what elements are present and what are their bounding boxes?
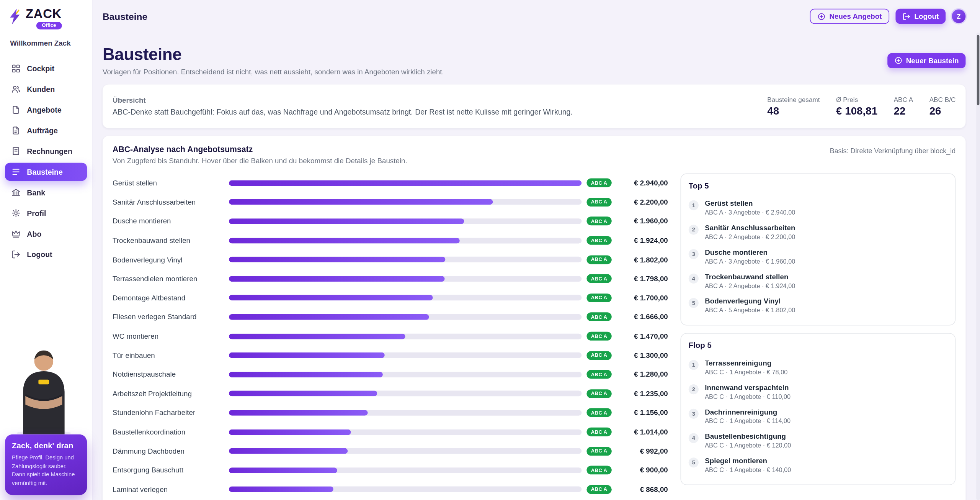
abc-badge: ABC A <box>586 447 611 456</box>
user-avatar[interactable]: Z <box>952 10 965 23</box>
bar-label: WC montieren <box>113 333 224 340</box>
flop5-card: Flop 5 1 Terrassenreinigung ABC C · 1 An… <box>680 333 956 485</box>
bar-track[interactable] <box>229 276 581 282</box>
bar-track[interactable] <box>229 314 581 320</box>
bar[interactable] <box>229 410 368 416</box>
new-offer-button[interactable]: Neues Angebot <box>810 9 889 24</box>
bar-track[interactable] <box>229 238 581 243</box>
overview-description: ABC-Denke statt Bauchgefühl: Fokus auf d… <box>113 108 573 116</box>
overview-card: Übersicht ABC-Denke statt Bauchgefühl: F… <box>103 85 966 128</box>
sidebar-item-kunden[interactable]: Kunden <box>5 80 87 98</box>
bar[interactable] <box>229 429 351 435</box>
sidebar-item-angebote[interactable]: Angebote <box>5 101 87 119</box>
sidebar-item-rechnungen[interactable]: Rechnungen <box>5 142 87 160</box>
bar-value: € 2.200,00 <box>634 198 668 206</box>
list-item[interactable]: 4 Baustellenbesichtigung ABC C · 1 Angeb… <box>689 428 947 452</box>
bar-value: € 1.924,00 <box>634 237 668 244</box>
stat-value: 22 <box>894 105 913 118</box>
list-item[interactable]: 1 Gerüst stellen ABC A · 3 Angebote · € … <box>689 195 947 220</box>
scrollbar-thumb[interactable] <box>977 35 980 105</box>
chart-row: Notdienstpauschale ABC A € 1.280,00 <box>113 365 668 384</box>
bar-track[interactable] <box>229 218 581 224</box>
bar[interactable] <box>229 276 444 282</box>
sidebar-item-bausteine[interactable]: Bausteine <box>5 163 87 181</box>
bar[interactable] <box>229 238 460 243</box>
abc-badge: ABC A <box>586 485 611 494</box>
logout-icon <box>11 250 21 259</box>
chart-basis-note: Basis: Direkte Verknüpfung über block_id <box>830 147 956 155</box>
bar[interactable] <box>229 180 581 186</box>
bar-track[interactable] <box>229 257 581 262</box>
list-item[interactable]: 1 Terrassenreinigung ABC C · 1 Angebote … <box>689 355 947 379</box>
bar[interactable] <box>229 218 464 224</box>
bar-track[interactable] <box>229 410 581 416</box>
bar-value: € 1.156,00 <box>634 409 668 416</box>
list-item[interactable]: 3 Dusche montieren ABC A · 3 Angebote · … <box>689 244 947 269</box>
sidebar-item-bank[interactable]: Bank <box>5 184 87 202</box>
sidebar-item-profil[interactable]: Profil <box>5 204 87 222</box>
sidebar-item-cockpit[interactable]: Cockpit <box>5 59 87 77</box>
stat-value: 26 <box>929 105 956 118</box>
chart-row: Bodenverlegung Vinyl ABC A € 1.802,00 <box>113 250 668 269</box>
sidebar-item-logout[interactable]: Logout <box>5 245 87 263</box>
item-name: Sanitär Anschlussarbeiten <box>705 224 795 231</box>
new-baustein-button[interactable]: Neuer Baustein <box>887 53 966 68</box>
bar[interactable] <box>229 199 493 205</box>
bar-track[interactable] <box>229 199 581 205</box>
page-title: Bausteine <box>103 45 444 65</box>
bar-track[interactable] <box>229 295 581 301</box>
list-item[interactable]: 4 Trockenbauwand stellen ABC A · 2 Angeb… <box>689 269 947 293</box>
list-item[interactable]: 3 Dachrinnenreinigung ABC C · 1 Angebote… <box>689 404 947 428</box>
bar[interactable] <box>229 314 429 320</box>
list-item[interactable]: 2 Sanitär Anschlussarbeiten ABC A · 2 An… <box>689 220 947 244</box>
sidebar-item-abo[interactable]: Abo <box>5 225 87 243</box>
item-name: Trockenbauwand stellen <box>705 272 795 280</box>
bar[interactable] <box>229 391 377 397</box>
plus-circle-icon <box>894 56 902 64</box>
bar-track[interactable] <box>229 448 581 454</box>
bar-value: € 1.700,00 <box>634 294 668 302</box>
bar[interactable] <box>229 372 382 377</box>
bank-icon <box>11 188 21 197</box>
bar-track[interactable] <box>229 352 581 358</box>
list-item[interactable]: 2 Innenwand verspachteln ABC C · 1 Angeb… <box>689 379 947 404</box>
bar[interactable] <box>229 295 433 301</box>
stat: ABC A 22 <box>894 95 913 117</box>
chart-row: Laminat verlegen ABC A € 868,00 <box>113 480 668 499</box>
list-item[interactable]: 5 Bodenverlegung Vinyl ABC A · 5 Angebot… <box>689 293 947 318</box>
chart-row: Dämmung Dachboden ABC A € 992,00 <box>113 441 668 461</box>
bar-track[interactable] <box>229 391 581 397</box>
list-item[interactable]: 5 Spiegel montieren ABC C · 1 Angebote ·… <box>689 452 947 477</box>
bar-track[interactable] <box>229 372 581 377</box>
bar-value: € 1.798,00 <box>634 275 668 283</box>
top5-card: Top 5 1 Gerüst stellen ABC A · 3 Angebot… <box>680 174 956 326</box>
bar-label: Dusche montieren <box>113 218 224 225</box>
bar-label: Bodenverlegung Vinyl <box>113 256 224 264</box>
bar-label: Tür einbauen <box>113 352 224 359</box>
item-meta: ABC C · 1 Angebote · € 114,00 <box>705 417 791 424</box>
bar[interactable] <box>229 448 348 454</box>
welcome-text: Willkommen Zack <box>10 39 82 47</box>
chart-row: Gerüst stellen ABC A € 2.940,00 <box>113 174 668 193</box>
bar[interactable] <box>229 352 385 358</box>
sidebar-item-auftraege[interactable]: Aufträge <box>5 121 87 139</box>
bar[interactable] <box>229 257 445 262</box>
bar[interactable] <box>229 487 333 492</box>
bar-label: Gerüst stellen <box>113 179 224 187</box>
brand-logo[interactable]: ZACK Office <box>0 0 92 30</box>
bar-track[interactable] <box>229 180 581 186</box>
bar-track[interactable] <box>229 333 581 339</box>
bar[interactable] <box>229 333 405 339</box>
bar-label: Entsorgung Bauschutt <box>113 466 224 474</box>
bar-value: € 1.960,00 <box>634 218 668 225</box>
bar[interactable] <box>229 467 337 473</box>
stat: Ø Preis € 108,81 <box>836 95 877 117</box>
logout-button[interactable]: Logout <box>896 9 946 24</box>
bar-track[interactable] <box>229 487 581 492</box>
bar-track[interactable] <box>229 429 581 435</box>
topbar-title: Bausteine <box>103 11 147 22</box>
page-subtitle: Vorlagen für Positionen. Entscheidend is… <box>103 68 444 76</box>
bar-track[interactable] <box>229 467 581 473</box>
flop5-list: 1 Terrassenreinigung ABC C · 1 Angebote … <box>689 355 947 477</box>
rechnungen-icon <box>11 146 21 156</box>
